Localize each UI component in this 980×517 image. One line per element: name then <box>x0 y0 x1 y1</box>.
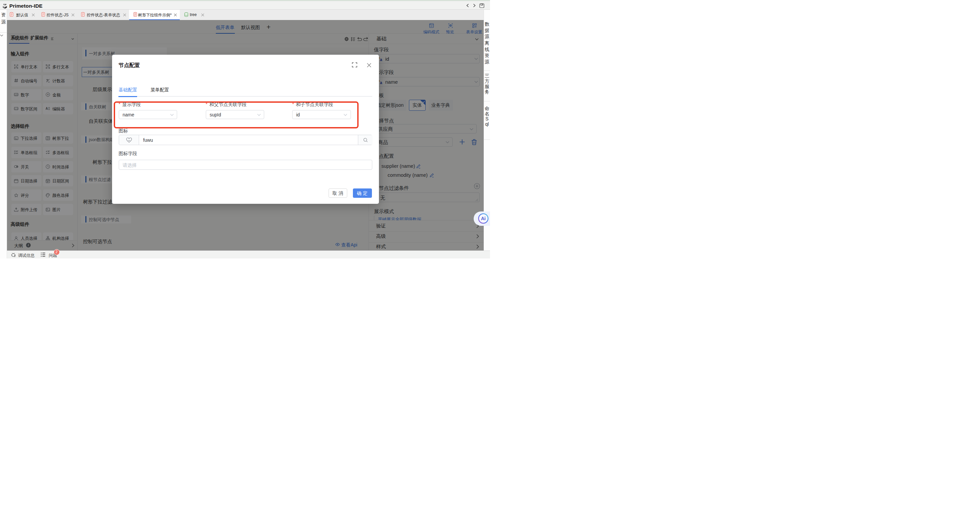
svg-text:Ai: Ai <box>481 216 486 221</box>
